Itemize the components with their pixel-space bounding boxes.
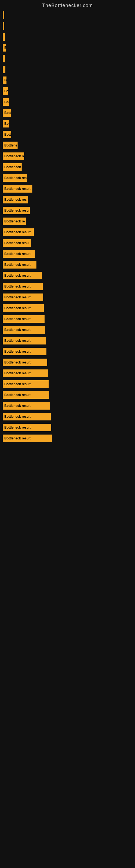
bar-row: Bottleneck result [0, 390, 135, 400]
bar-row [0, 10, 135, 21]
bar-row: Bottleneck result [0, 303, 135, 314]
result-bar: Bottleneck resu [3, 207, 30, 214]
bar-row [0, 31, 135, 42]
result-bar: Bo [3, 120, 9, 127]
result-bar: Bott [3, 109, 11, 117]
bar-row: Bottleneck res [0, 173, 135, 183]
result-bar: Bottleneck result [3, 283, 43, 290]
result-bar: Bottleneck res [3, 196, 28, 204]
bar-row: Bottleneck result [0, 292, 135, 303]
result-bar: Bott [3, 131, 11, 138]
result-bar: Bottleneck result [3, 185, 32, 193]
result-bar [3, 33, 5, 41]
result-bar: Bottleneck result [3, 402, 50, 410]
result-bar [3, 22, 4, 30]
bar-row: Bottleneck result [0, 357, 135, 368]
bar-row: Bottleneck res [0, 194, 135, 205]
bar-row: Bottleneck result [0, 400, 135, 411]
result-bar: Bottleneck result [3, 250, 35, 258]
result-bar: Bottleneck result [3, 391, 49, 399]
result-bar: Bottleneck result [3, 326, 45, 334]
bar-row: Bottleneck result [0, 248, 135, 259]
result-bar: Bottleneck res [3, 174, 27, 182]
bar-row: Bottleneck result [0, 335, 135, 346]
result-bar [3, 55, 5, 62]
bar-row [0, 53, 135, 64]
result-bar: Bottleneck resu [3, 239, 31, 247]
bar-row: B [0, 42, 135, 53]
bar-row [0, 64, 135, 75]
result-bar: Bottleneck result [3, 228, 34, 236]
bar-row: Bottleneck [0, 162, 135, 173]
bar-row: Bottleneck result [0, 183, 135, 194]
bar-row: Bottleneck re [0, 151, 135, 162]
result-bar: Bottleneck result [3, 413, 51, 421]
result-bar: B [3, 76, 6, 84]
bar-row: Bo [0, 97, 135, 107]
result-bar: Bottleneck result [3, 315, 45, 323]
bar-row: Bottlene [0, 140, 135, 151]
bar-row: Bott [0, 129, 135, 140]
result-bar: Bottleneck result [3, 348, 46, 355]
bar-row: Bottleneck result [0, 346, 135, 357]
bar-row: Bottleneck result [0, 314, 135, 324]
result-bar: Bottleneck result [3, 337, 46, 344]
result-bar: Bottleneck result [3, 293, 43, 301]
bar-row: Bottleneck result [0, 270, 135, 281]
result-bar: Bottleneck [3, 163, 21, 171]
result-bar: Bottleneck result [3, 424, 51, 431]
bar-row: Bottleneck result [0, 422, 135, 433]
result-bar [3, 11, 4, 19]
bar-row: Bo [0, 118, 135, 129]
result-bar: Bottleneck result [3, 304, 44, 312]
result-bar: Bottleneck result [3, 369, 48, 377]
bar-row [0, 21, 135, 31]
result-bar: Bottleneck re [3, 218, 26, 225]
bar-row: Bottleneck re [0, 216, 135, 227]
bar-row: Bottleneck result [0, 433, 135, 444]
bar-row: Bott [0, 107, 135, 118]
result-bar: Bo [3, 98, 9, 106]
result-bar: Bottleneck result [3, 359, 47, 366]
result-bar: Bottleneck result [3, 272, 42, 279]
bar-row: B [0, 75, 135, 86]
bar-row: Bottleneck result [0, 411, 135, 422]
bar-row: Bottleneck result [0, 368, 135, 379]
bar-row: Bottleneck result [0, 281, 135, 292]
result-bar: Bottleneck re [3, 152, 24, 160]
site-title: TheBottlenecker.com [0, 0, 135, 10]
bar-row: Bottleneck result [0, 324, 135, 335]
result-bar: Bottleneck result [3, 261, 37, 269]
bar-row: Bo [0, 86, 135, 97]
bar-row: Bottleneck resu [0, 238, 135, 248]
result-bar: B [3, 44, 6, 52]
bar-row: Bottleneck result [0, 379, 135, 390]
bar-row: Bottleneck resu [0, 205, 135, 216]
result-bar: Bottlene [3, 142, 17, 149]
bar-row: Bottleneck result [0, 227, 135, 238]
result-bar: Bottleneck result [3, 380, 49, 388]
bar-row: Bottleneck result [0, 259, 135, 270]
result-bar [3, 66, 5, 73]
result-bar: Bo [3, 87, 8, 95]
result-bar: Bottleneck result [3, 435, 52, 442]
